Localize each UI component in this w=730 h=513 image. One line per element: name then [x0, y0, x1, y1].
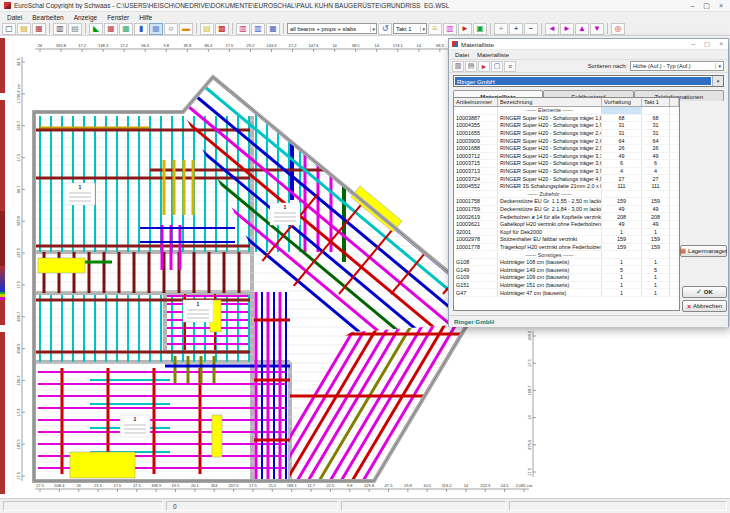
zoom-icon[interactable]: ○	[164, 23, 178, 35]
dialog-menu-datei[interactable]: Datei	[451, 52, 473, 58]
lagermanager-button[interactable]: ▦ Lagermanager	[680, 245, 727, 257]
takt-lines-icon[interactable]: ≡	[428, 23, 442, 35]
group-separator-row[interactable]: ------ Elemente ------	[454, 107, 679, 115]
close-icon[interactable]: ×	[719, 2, 723, 10]
cell-vorhaltung: 68	[602, 115, 642, 122]
pan-icon[interactable]: +	[494, 23, 508, 35]
pan-up-icon[interactable]: ▲	[575, 23, 589, 35]
zoom-previous-icon[interactable]: ◎	[611, 23, 625, 35]
dialog-minimize-icon[interactable]: –	[691, 40, 695, 48]
save-icon[interactable]: ▦	[32, 23, 46, 35]
table-row[interactable]: 10001778Trägerkopf H20 verzinkt ohne Fed…	[454, 244, 679, 252]
print-icon[interactable]: ▥	[53, 23, 67, 35]
wall-tool-icon[interactable]: ▮	[134, 23, 148, 35]
cell-bezeichnung: Stützenhalter EU faltbar verzinkt	[498, 236, 602, 243]
refresh-icon[interactable]: ↺	[378, 23, 392, 35]
cell-takt1: 49	[642, 153, 670, 160]
table-row[interactable]: G108Holzträger 108 cm (bauseits)11	[454, 259, 679, 267]
column-header-3[interactable]: Takt 1	[642, 98, 670, 106]
cell-artikelnummer: 10003887	[454, 115, 498, 122]
zoom-out-icon[interactable]: −	[524, 23, 538, 35]
ok-button[interactable]: ✓ OK	[682, 286, 727, 298]
table-row[interactable]: 10003909RINGER Super H20 - Schalungs trä…	[454, 137, 679, 145]
menu-anzeige[interactable]: Anzeige	[69, 14, 103, 21]
table-row[interactable]: 10003712RINGER Super H20 - Schalungs trä…	[454, 153, 679, 161]
menu-fenster[interactable]: Fenster	[102, 14, 134, 21]
dialog-menu-materialliste[interactable]: Materialliste	[473, 52, 513, 58]
dialog-close-icon[interactable]: ×	[719, 40, 723, 48]
column-header-2[interactable]: Vorhaltung	[602, 98, 642, 106]
dialog-settings-icon[interactable]: ≡	[504, 61, 516, 72]
zoom-in-icon[interactable]: +	[509, 23, 523, 35]
minimize-icon[interactable]: –	[690, 2, 694, 10]
table-row[interactable]: 10003724RINGER Super H20 - Schalungs trä…	[454, 175, 679, 183]
table-row[interactable]: G151Holzträger 151 cm (bauseits)11	[454, 282, 679, 290]
dialog-export-icon[interactable]: ►	[478, 61, 490, 72]
table-row[interactable]: 10001655RINGER Super H20 - Schalungs trä…	[454, 130, 679, 138]
dialog-print-icon[interactable]: ▥	[452, 61, 464, 72]
print-preview-icon[interactable]: ▤	[68, 23, 82, 35]
new-document-icon[interactable]: ▢	[2, 23, 16, 35]
table-row[interactable]: 32001Kopf für Dek200011	[454, 229, 679, 237]
dialog-print-preview-icon[interactable]: ▤	[465, 61, 477, 72]
table-row[interactable]: 10003887RINGER Super H20 - Schalungs trä…	[454, 115, 679, 123]
cell-takt1: 159	[642, 244, 670, 251]
maximize-icon[interactable]: ▢	[703, 2, 710, 10]
cell-takt1: 1	[642, 259, 670, 266]
cell-bezeichnung: RINGER Super H20 - Schalungs träger 2,90…	[498, 145, 602, 152]
pan-right-icon[interactable]: ►	[560, 23, 574, 35]
supplier-combo[interactable]: Ringer GmbH ▾	[453, 75, 724, 87]
pan-left-icon[interactable]: ◄	[545, 23, 559, 35]
group-separator-row[interactable]: ------ Zubehör ------	[454, 191, 679, 199]
measure-icon[interactable]: ▬	[179, 23, 193, 35]
dialog-status-text: Ringer GmbH	[454, 318, 494, 325]
takt-frame-icon[interactable]: ▣	[473, 23, 487, 35]
material-list-icon[interactable]: ▤	[200, 23, 214, 35]
table-row[interactable]: 10003621Gabelkopf H20 verzinkt ohne Fede…	[454, 221, 679, 229]
dialog-report-icon[interactable]: ▢	[491, 61, 503, 72]
takt-combo[interactable]: Takt 1▾	[393, 23, 427, 34]
dialog-maximize-icon[interactable]: ▢	[704, 40, 710, 48]
statistics-icon[interactable]: ▥	[236, 23, 250, 35]
table-row[interactable]: 10002978Stützenhalter EU faltbar verzink…	[454, 236, 679, 244]
delete-list-icon[interactable]: ▩	[215, 23, 229, 35]
cell-bezeichnung: Gabelkopf H20 verzinkt ohne Federbolzen	[498, 221, 602, 228]
diagram-icon[interactable]: ▥	[251, 23, 265, 35]
column-header-1[interactable]: Bezeichnung	[498, 98, 602, 106]
menu-bearbeiten[interactable]: Bearbeiten	[27, 14, 68, 21]
table-row[interactable]: G149Holzträger 149 cm (bauseits)55	[454, 266, 679, 274]
group-separator-row[interactable]: ------ Sonstiges ------	[454, 251, 679, 259]
sort-select[interactable]: Höhe (Auf.) - Typ (Auf.) ▾	[630, 61, 724, 71]
table-row[interactable]: 10004355RINGER Super H20 - Schalungs trä…	[454, 122, 679, 130]
pan-down-icon[interactable]: ▼	[590, 23, 604, 35]
combo-dropdown-icon[interactable]: ▾	[712, 76, 723, 86]
takt-columns-icon[interactable]: ▥	[443, 23, 457, 35]
takt-flag-icon[interactable]: ►	[458, 23, 472, 35]
table-row[interactable]: G109Holzträger 109 cm (bauseits)11	[454, 274, 679, 282]
view-filter-combo[interactable]: all beams + props + slabs▾	[287, 23, 377, 34]
cell-artikelnummer: 10004552	[454, 183, 498, 190]
toolbar-separator	[490, 23, 491, 34]
table-row[interactable]: 10003715RINGER Super H20 - Schalungs trä…	[454, 160, 679, 168]
table-row[interactable]: 10004552RINGER 3S Schalungsplatte 21mm 2…	[454, 183, 679, 191]
cell-vorhaltung: 159	[602, 236, 642, 243]
table-row[interactable]: 10001688RINGER Super H20 - Schalungs trä…	[454, 145, 679, 153]
table-row[interactable]: 10002619Federbolzen ø 14 für alle Kopfte…	[454, 213, 679, 221]
grid-icon[interactable]: ▦	[149, 23, 163, 35]
menu-datei[interactable]: Datei	[2, 14, 27, 21]
table-row[interactable]: G47Holzträger 47 cm (bauseits)11	[454, 289, 679, 297]
menu-hilfe[interactable]: Hilfe	[134, 14, 157, 21]
cancel-button[interactable]: × Abbrechen	[682, 300, 727, 312]
dialog-title-bar[interactable]: Materialliste – ▢ ×	[449, 39, 728, 50]
table-row[interactable]: 10001758Deckenstütze EU Gr. 1 1,55 - 2,5…	[454, 198, 679, 206]
formwork-green-icon[interactable]: ▦	[119, 23, 133, 35]
cell-bezeichnung: RINGER 3S Schalungsplatte 21mm 2,0 x 0,5…	[498, 183, 602, 190]
open-folder-icon[interactable]: ▤	[17, 23, 31, 35]
table-row[interactable]: 10003713RINGER Super H20 - Schalungs trä…	[454, 168, 679, 176]
zoom-window-icon[interactable]: ◣	[89, 23, 103, 35]
svg-text:29.2: 29.2	[247, 43, 256, 48]
formwork-red-blue-icon[interactable]: ▦	[104, 23, 118, 35]
table-row[interactable]: 10001759Deckenstütze EU Gr. 2 1,84 - 3,0…	[454, 206, 679, 214]
column-header-0[interactable]: Artikelnummer	[454, 98, 498, 106]
table-icon[interactable]: ▦	[266, 23, 280, 35]
